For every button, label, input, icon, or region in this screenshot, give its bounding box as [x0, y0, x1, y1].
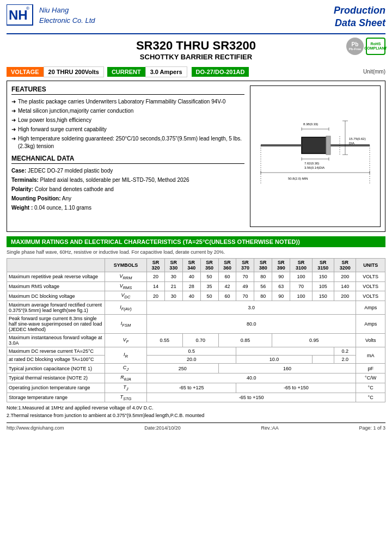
footer-url: http://www.dgniuhang.com [7, 425, 64, 431]
col-sr320: SR320 [146, 258, 164, 272]
row-val: 30 [164, 272, 182, 281]
svg-text:3.56(0.14)DIA: 3.56(0.14)DIA [304, 166, 324, 169]
col-desc [7, 258, 105, 272]
row-val: 2.0 [334, 356, 356, 364]
row-val: 0.2 [334, 347, 356, 356]
row-val: 63 [272, 281, 290, 291]
note-1: Note:1.Measured at 1MHz and applied reve… [7, 405, 385, 412]
table-row: Typical junction capacitance (NOTE 1) CJ… [7, 364, 385, 374]
mech-mounting: Mounting Position: Any [11, 195, 244, 203]
row-val: 35 [200, 281, 218, 291]
row-val: -65 to +125 [146, 383, 236, 393]
row-val: 10.0 [236, 356, 312, 364]
row-desc: Maximum instantaneous forward voltage at… [7, 334, 105, 347]
row-val-merged: 40.0 [146, 373, 356, 383]
row-unit: mA [356, 347, 385, 364]
right-column: 15.75(0.62) DIA 7.62(0.30) 3.56(0.14)DIA… [250, 85, 381, 227]
svg-rect-6 [326, 136, 330, 155]
title-section: SR320 THRU SR3200 SCHOTTKY BARRIER RECTI… [7, 34, 385, 63]
row-desc: Typical junction capacitance (NOTE 1) [7, 364, 105, 374]
features-title: FEATURES [11, 85, 244, 95]
row-val: 140 [334, 281, 356, 291]
feature-5: ➜ High temperature soldering guaranteed:… [11, 135, 244, 150]
row-val: 49 [236, 281, 254, 291]
row-val: 100 [290, 272, 312, 281]
mech-weight: Weight : 0.04 ounce, 1.10 grams [11, 204, 244, 212]
row-val: 0.70 [182, 334, 218, 347]
row-unit: pF [356, 364, 385, 374]
row-val: 14 [146, 281, 164, 291]
sub-title: SCHOTTKY BARRIER RECTIFIER [7, 53, 385, 61]
rohs-area: Pb Pb-Free RoHSCOMPLIANT [346, 38, 385, 55]
voltage-label: VOLTAGE [7, 67, 44, 77]
svg-text:15.75(0.62): 15.75(0.62) [349, 137, 366, 140]
row-val: -65 to +150 [236, 383, 356, 393]
table-row: Maximum DC blocking voltage VDC 20 30 40… [7, 291, 385, 301]
row-val: 20 [146, 272, 164, 281]
svg-text:8.38(0.33): 8.38(0.33) [303, 123, 318, 126]
row-desc: Peak forward surge current 8.3ms single … [7, 315, 105, 334]
company-logo: NH ® [7, 4, 35, 26]
row-symbol: IR [105, 347, 147, 364]
row-val: 40 [182, 291, 200, 301]
arrow-icon: ➜ [11, 135, 16, 150]
row-unit: VOLTS [356, 281, 385, 291]
row-val: 70 [236, 272, 254, 281]
arrow-icon: ➜ [11, 107, 16, 115]
company-name: Niu Hang Electronic Co. Ltd [39, 5, 95, 26]
table-row: at rated DC blocking voltage TA=100°C 20… [7, 356, 385, 364]
svg-text:50.8(2.0) MIN: 50.8(2.0) MIN [288, 177, 308, 180]
row-symbol: VRRM [105, 272, 147, 281]
svg-text:7.62(0.30): 7.62(0.30) [304, 162, 319, 165]
current-label: CURRENT [107, 67, 145, 77]
svg-text:®: ® [26, 6, 29, 11]
current-value: 3.0 Ampers [145, 66, 187, 77]
row-unit: °C [356, 383, 385, 393]
row-val: 200 [334, 272, 356, 281]
row-desc: Maximum DC blocking voltage [7, 291, 105, 301]
row-val-merged: 80.0 [146, 315, 356, 334]
row-val: 60 [218, 291, 236, 301]
row-val [236, 347, 334, 356]
row-desc: at rated DC blocking voltage TA=100°C [7, 356, 105, 364]
row-val: 150 [312, 272, 334, 281]
arrow-icon: ➜ [11, 117, 16, 124]
footer-date: Date:2014/10/20 [144, 425, 181, 431]
component-diagram: 15.75(0.62) DIA 7.62(0.30) 3.56(0.14)DIA… [255, 88, 375, 224]
row-desc: Typical thermal resistance (NOTE 2) [7, 373, 105, 383]
mech-terminals: Terminals: Plated axial leads, solderabl… [11, 176, 244, 184]
row-val: 100 [290, 291, 312, 301]
row-symbol: VF [105, 334, 147, 347]
row-val: 50 [200, 291, 218, 301]
row-val-merged: 3.0 [146, 301, 356, 315]
pb-badge: Pb Pb-Free [346, 38, 364, 55]
feature-1: ➜ The plastic package carries Underwrite… [11, 98, 244, 106]
svg-text:NH: NH [9, 8, 28, 22]
row-unit: VOLTS [356, 272, 385, 281]
row-val: 150 [312, 291, 334, 301]
notes-section: Note:1.Measured at 1MHz and applied reve… [7, 405, 385, 419]
col-sr3100: SR3100 [290, 258, 312, 272]
row-val: 90 [272, 291, 290, 301]
ratings-header: MAXIMUM RATINGS AND ELECTRICAL CHARACTER… [7, 236, 385, 247]
note-2: 2.Thermal resistance from junction to am… [7, 412, 385, 420]
table-row: Operating junction temperature range TJ … [7, 383, 385, 393]
table-row: Maximum instantaneous forward voltage at… [7, 334, 385, 347]
col-sr3150: SR3150 [312, 258, 334, 272]
table-row: Maximum repetitive peak reverse voltage … [7, 272, 385, 281]
row-val: 0.95 [272, 334, 356, 347]
mech-polarity: Polarity: Color band denotes cathode and [11, 186, 244, 193]
table-row: Typical thermal resistance (NOTE 2) RθJA… [7, 373, 385, 383]
row-desc: Maximum average forward rectified curren… [7, 301, 105, 315]
footer-page: Page: 1 of 3 [359, 425, 385, 431]
arrow-icon: ➜ [11, 98, 16, 106]
row-val: 90 [272, 272, 290, 281]
row-unit: Volts [356, 334, 385, 347]
footer: http://www.dgniuhang.com Date:2014/10/20… [7, 423, 385, 433]
row-unit: °C/W [356, 373, 385, 383]
row-val: 80 [254, 291, 272, 301]
voltage-value: 20 THRU 200Volts [44, 66, 104, 77]
row-val: 200 [334, 291, 356, 301]
row-desc: Maximum repetitive peak reverse voltage [7, 272, 105, 281]
table-row: Maximum DC reverse current TA=25°C IR 0.… [7, 347, 385, 356]
